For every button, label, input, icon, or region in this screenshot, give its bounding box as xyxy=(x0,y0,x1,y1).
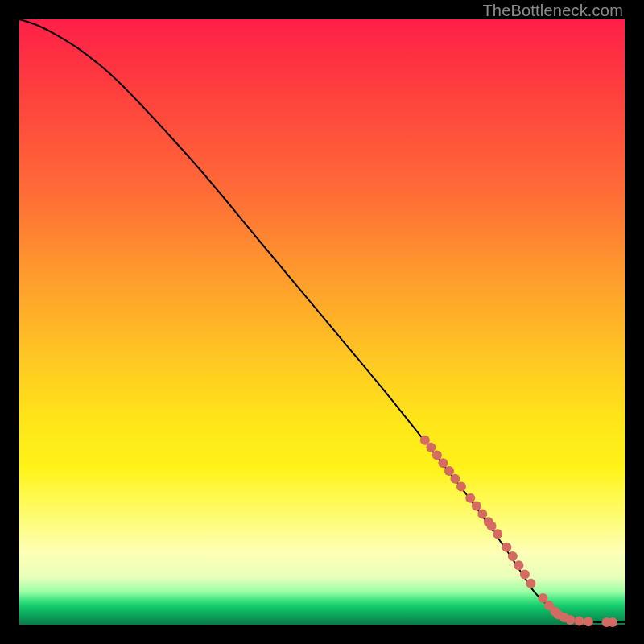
highlight-dot xyxy=(487,521,497,530)
highlight-dot xyxy=(502,543,511,552)
highlight-dot xyxy=(472,502,481,511)
highlight-dot xyxy=(465,493,475,503)
watermark-text: TheBottleneck.com xyxy=(482,2,623,20)
highlight-dot xyxy=(608,617,617,627)
highlight-dot xyxy=(432,450,442,460)
highlight-dot xyxy=(450,474,460,484)
highlight-dot xyxy=(438,458,448,468)
dots-group xyxy=(420,436,617,627)
highlight-dot xyxy=(456,482,466,492)
highlight-dot xyxy=(584,617,593,626)
curve-path xyxy=(19,19,625,622)
chart-frame: TheBottleneck.com xyxy=(0,0,644,644)
highlight-dot xyxy=(526,579,535,588)
highlight-dot xyxy=(444,466,454,476)
highlight-dot xyxy=(426,443,436,452)
highlight-dot xyxy=(565,615,575,625)
highlight-dot xyxy=(477,509,487,518)
highlight-dot xyxy=(493,529,502,539)
chart-overlay xyxy=(19,19,625,625)
highlight-dot xyxy=(520,570,530,580)
highlight-dot xyxy=(508,551,518,561)
highlight-dot xyxy=(575,616,584,625)
highlight-dot xyxy=(514,560,523,570)
